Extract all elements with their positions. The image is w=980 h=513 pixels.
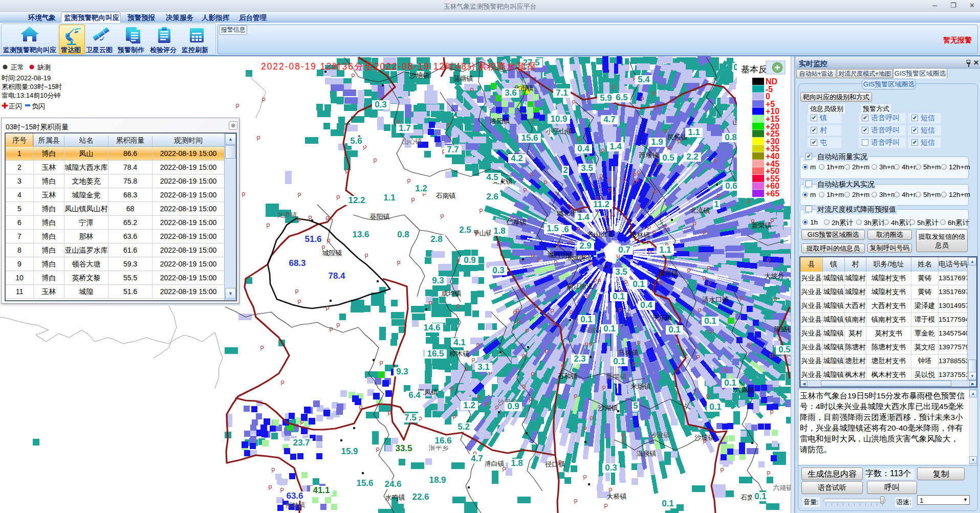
svg-text:13.6: 13.6 <box>352 230 369 239</box>
svg-text:6.5: 6.5 <box>616 93 628 102</box>
svg-text:7.1: 7.1 <box>556 88 568 98</box>
svg-text:1.8: 1.8 <box>511 458 523 468</box>
svg-text:南江街道: 南江街道 <box>567 282 593 290</box>
svg-text:缺测: 缺测 <box>37 63 51 71</box>
svg-text:负闪: 负闪 <box>32 102 45 110</box>
svg-text:4.7: 4.7 <box>471 454 483 463</box>
svg-text:0.9: 0.9 <box>464 255 476 265</box>
svg-text:米场镇: 米场镇 <box>631 383 651 390</box>
svg-text:那林镇: 那林镇 <box>286 501 306 509</box>
svg-text:正常: 正常 <box>11 63 24 71</box>
svg-text:16.6: 16.6 <box>434 436 451 445</box>
svg-text:城隍镇: 城隍镇 <box>322 249 342 257</box>
svg-text:博白镇: 博白镇 <box>485 460 505 467</box>
svg-text:24.6: 24.6 <box>384 479 401 489</box>
svg-text:10.9: 10.9 <box>550 114 567 124</box>
svg-text:4.5: 4.5 <box>486 172 498 182</box>
svg-text:温泉镇: 温泉镇 <box>637 450 657 457</box>
svg-text:2: 2 <box>563 165 568 175</box>
svg-text:7.7: 7.7 <box>447 145 459 154</box>
svg-text:5.4: 5.4 <box>638 75 650 84</box>
svg-text:1.1: 1.1 <box>659 245 671 255</box>
svg-text:新荣镇: 新荣镇 <box>607 373 627 381</box>
svg-text:水鸣镇: 水鸣镇 <box>385 494 405 501</box>
svg-text:0.1: 0.1 <box>662 499 674 508</box>
svg-text:14.6: 14.6 <box>423 323 440 332</box>
svg-text:0.1: 0.1 <box>613 292 625 301</box>
svg-text:5.9: 5.9 <box>600 93 612 103</box>
svg-text:累积雨量:03时~15时: 累积雨量:03时~15时 <box>2 83 62 91</box>
svg-text:沙塘镇: 沙塘镇 <box>410 72 430 79</box>
svg-text:城西街道: 城西街道 <box>548 251 574 259</box>
svg-text:33.5: 33.5 <box>395 443 412 453</box>
svg-text:23.7: 23.7 <box>293 438 310 448</box>
svg-text:9.3: 9.3 <box>396 367 408 376</box>
svg-text:15.6: 15.6 <box>356 478 373 488</box>
svg-text:龙潭镇: 龙潭镇 <box>277 211 297 219</box>
svg-text:平乐镇: 平乐镇 <box>652 314 672 322</box>
svg-text:1: 1 <box>714 199 718 209</box>
svg-text:1.4: 1.4 <box>577 212 590 222</box>
svg-text:0.1: 0.1 <box>603 324 616 333</box>
svg-text:4.1: 4.1 <box>453 338 466 347</box>
svg-text:3.5: 3.5 <box>581 163 593 173</box>
svg-text:石南镇: 石南镇 <box>436 192 456 199</box>
svg-text:9.3: 9.3 <box>432 276 444 285</box>
svg-text:0.1: 0.1 <box>709 402 722 412</box>
svg-text:0.1: 0.1 <box>724 378 736 388</box>
svg-text:马坡镇: 马坡镇 <box>619 349 639 356</box>
svg-text:隆盛镇: 隆盛镇 <box>774 325 791 333</box>
svg-text:78.4: 78.4 <box>328 271 345 281</box>
svg-text:2.9: 2.9 <box>579 241 592 251</box>
svg-text:北流镇: 北流镇 <box>690 207 710 214</box>
svg-text:0.7: 0.7 <box>618 245 630 255</box>
svg-text:0.9: 0.9 <box>507 402 519 411</box>
svg-text:沙陂镇: 沙陂镇 <box>650 431 670 439</box>
svg-text:4.2: 4.2 <box>511 153 523 163</box>
svg-text:沙坡镇: 沙坡镇 <box>695 434 715 441</box>
svg-text:0.8: 0.8 <box>725 132 737 142</box>
svg-text:0.1: 0.1 <box>613 356 625 366</box>
svg-text:正闪: 正闪 <box>9 102 22 110</box>
svg-text:仁厚镇: 仁厚镇 <box>506 218 527 226</box>
svg-text:西埌镇: 西埌镇 <box>639 151 659 159</box>
svg-text:雷电:13:14前10分钟: 雷电:13:14前10分钟 <box>2 92 61 99</box>
svg-text:山心镇: 山心镇 <box>402 138 422 145</box>
svg-text:0.3: 0.3 <box>492 265 505 275</box>
svg-text:6.4: 6.4 <box>408 390 421 400</box>
svg-text:0.1: 0.1 <box>668 325 681 334</box>
svg-text:沙湖镇: 沙湖镇 <box>598 404 618 412</box>
svg-text:六靖镇: 六靖镇 <box>773 484 791 492</box>
svg-text:0.5: 0.5 <box>662 153 674 163</box>
svg-text:1.1: 1.1 <box>383 193 396 203</box>
svg-text:5: 5 <box>633 401 638 411</box>
svg-text:1.2: 1.2 <box>415 184 427 193</box>
svg-text:68.3: 68.3 <box>289 258 306 268</box>
svg-text:0.4: 0.4 <box>640 300 652 310</box>
svg-text:0.1: 0.1 <box>704 316 716 326</box>
svg-text:7.5: 7.5 <box>404 413 417 422</box>
svg-text:民乐镇: 民乐镇 <box>668 133 688 141</box>
svg-text:1.4: 1.4 <box>609 142 622 151</box>
svg-text:名山街道: 名山街道 <box>587 230 614 238</box>
svg-text:✚: ✚ <box>2 101 8 110</box>
svg-text:1.1: 1.1 <box>688 127 700 137</box>
svg-text:时间:2022-08-19: 时间:2022-08-19 <box>2 74 51 82</box>
svg-text:0.5: 0.5 <box>778 345 791 354</box>
svg-text:平山镇: 平山镇 <box>473 229 493 237</box>
svg-text:清水口镇: 清水口镇 <box>702 296 729 303</box>
svg-text:洛阳镇: 洛阳镇 <box>490 117 510 125</box>
svg-text:41.1: 41.1 <box>313 485 330 495</box>
svg-text:0.3: 0.3 <box>605 463 617 473</box>
svg-text:0.4: 0.4 <box>577 144 590 153</box>
svg-text:2.3: 2.3 <box>574 354 586 364</box>
svg-text:5.2: 5.2 <box>458 422 470 432</box>
svg-text:1.8: 1.8 <box>493 226 506 236</box>
svg-text:51.6: 51.6 <box>304 234 321 244</box>
svg-text:22.6: 22.6 <box>412 492 429 502</box>
svg-text:2.8: 2.8 <box>430 234 443 244</box>
svg-text:1.9: 1.9 <box>651 137 663 147</box>
svg-text:15.6: 15.6 <box>521 133 538 143</box>
svg-text:1.7: 1.7 <box>399 123 411 133</box>
svg-text:茂林镇: 茂林镇 <box>630 231 650 239</box>
